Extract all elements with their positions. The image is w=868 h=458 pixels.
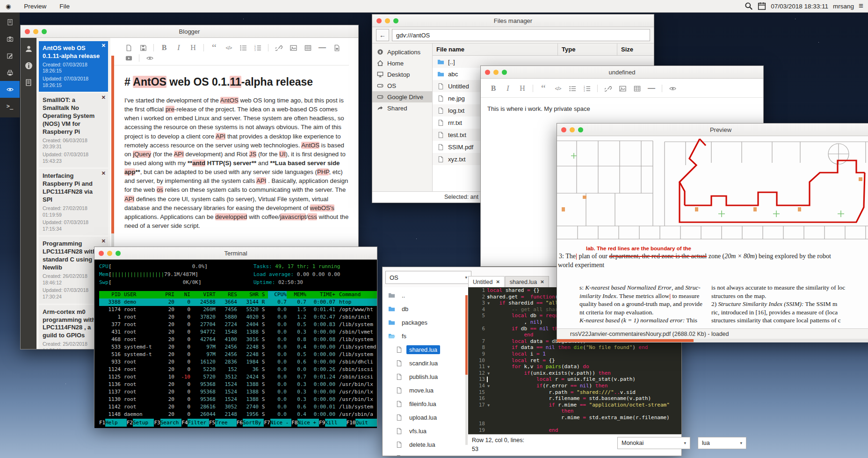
sidebar-item-desktop[interactable]: Desktop — [372, 69, 432, 80]
close-button[interactable] — [25, 29, 30, 34]
fkey-F1[interactable]: F1 — [99, 419, 105, 427]
dock-item-preview-app[interactable] — [0, 81, 20, 98]
hr-icon[interactable]: — — [647, 84, 656, 93]
tree-item-shared.lua[interactable]: shared.lua — [383, 343, 468, 356]
calendar-icon[interactable] — [758, 2, 766, 10]
maximize-button[interactable] — [42, 29, 47, 34]
column-pid[interactable]: PID — [99, 291, 121, 298]
process-row[interactable]: 1148daemon2002604421481956S0.00.40:00.00… — [99, 411, 377, 418]
process-row[interactable]: 1130root2009536815241388S0.00.30:00.00/u… — [99, 396, 377, 403]
close-button[interactable] — [376, 18, 382, 23]
hr-icon[interactable]: — — [318, 44, 326, 52]
process-row[interactable]: 516systemd-t20097M24562248S0.00.50:00.00… — [99, 351, 377, 358]
preview-hscrollbar[interactable] — [557, 339, 868, 342]
dock-item-journal-app[interactable] — [0, 14, 20, 30]
process-row[interactable]: 1root2003782058804020S0.01.20:02.47/sbin… — [99, 313, 377, 321]
fkey-label[interactable]: Nice - — [270, 419, 291, 427]
fkey-F2[interactable]: F2 — [127, 419, 133, 427]
fkey-F9[interactable]: F9 — [319, 419, 325, 427]
notes-titlebar[interactable]: undefined — [481, 66, 763, 79]
dock-item-camera-app[interactable] — [0, 30, 20, 47]
menu-icon[interactable]: ≡ — [859, 1, 863, 11]
theme-select[interactable]: Monokai▾ — [617, 437, 690, 449]
tree-item-fs[interactable]: fs — [383, 329, 468, 343]
ul-icon[interactable] — [239, 44, 247, 52]
table-icon[interactable] — [304, 44, 312, 52]
minimize-button[interactable] — [570, 127, 575, 132]
fkey-label[interactable]: Filter — [188, 419, 209, 427]
tab-untitled[interactable]: Untitled✕ — [468, 276, 505, 287]
tree-item-upload.lua[interactable]: upload.lua — [383, 411, 468, 424]
language-select[interactable]: lua▾ — [698, 437, 746, 449]
ul-icon[interactable] — [568, 84, 577, 93]
doc-icon[interactable] — [124, 44, 133, 52]
fkey-label[interactable]: Setup — [133, 419, 154, 427]
bold-icon[interactable]: B — [489, 84, 498, 93]
maximize-button[interactable] — [578, 127, 583, 132]
column-mem[interactable]: MEM% — [287, 291, 306, 298]
process-row[interactable]: 377root2002770427242404S0.00.50:00.83/li… — [99, 321, 377, 328]
quote-icon[interactable]: “ — [539, 84, 548, 93]
close-tab-icon[interactable]: ✕ — [540, 279, 544, 284]
tree-item-..[interactable]: .. — [383, 289, 468, 302]
close-button[interactable] — [485, 70, 490, 75]
tree-item-packages[interactable]: packages — [383, 316, 468, 329]
column-time[interactable]: TIME+ — [306, 291, 335, 298]
delete-post-icon[interactable]: ✕ — [101, 238, 106, 244]
fkey-label[interactable]: Quit — [355, 419, 376, 427]
eye-icon[interactable] — [145, 54, 154, 62]
column-virt[interactable]: VIRT — [190, 291, 216, 298]
fkey-F4[interactable]: F4 — [181, 419, 188, 427]
menu-preview[interactable]: Preview — [17, 3, 53, 10]
minimize-button[interactable] — [493, 70, 499, 75]
youtube-icon[interactable] — [124, 54, 133, 62]
column-s[interactable]: S — [259, 291, 268, 298]
italic-icon[interactable]: I — [504, 84, 512, 93]
menu-file[interactable]: File — [53, 3, 76, 10]
sidebar-item-google-drive[interactable]: Google Drive — [372, 91, 432, 102]
fkey-F6[interactable]: F6 — [237, 419, 243, 427]
minimize-button[interactable] — [385, 18, 390, 23]
minimize-button[interactable] — [107, 251, 112, 256]
process-row[interactable]: 468root2004276441003016S0.00.80:00.08/li… — [99, 336, 377, 343]
fkey-F7[interactable]: F7 — [264, 419, 270, 427]
fkey-F5[interactable]: F5 — [209, 419, 215, 427]
tree-item-partial[interactable] — [383, 451, 468, 456]
ol-icon[interactable]: 123 — [253, 44, 262, 52]
link-icon[interactable] — [275, 44, 283, 52]
tree-item-publish.lua[interactable]: publish.lua — [383, 370, 468, 384]
column-command[interactable]: Command — [335, 291, 377, 298]
dock-item-blogger-app[interactable] — [0, 47, 20, 64]
maximize-button[interactable] — [116, 251, 121, 256]
code-icon[interactable]: </> — [224, 44, 233, 52]
process-row[interactable]: 1125root10-10572035122424S0.00.70:01.24/… — [99, 373, 377, 381]
italic-icon[interactable]: I — [174, 44, 183, 52]
maximize-button[interactable] — [393, 18, 398, 23]
info-icon[interactable] — [24, 61, 33, 70]
process-row[interactable]: 533systemd-t20097M24562248S0.00.40:00.00… — [99, 343, 377, 351]
column-res[interactable]: RES — [216, 291, 237, 298]
column-cpu[interactable]: CPU% — [268, 291, 287, 298]
terminal-screen[interactable]: CPU[ 0.0%]Tasks: 49, 17 thr; 1 runningMe… — [94, 260, 377, 428]
fkey-label[interactable]: Nice + — [297, 419, 318, 427]
tree-item-vfs.lua[interactable]: vfs.lua — [383, 424, 468, 438]
table-icon[interactable] — [633, 84, 641, 93]
minimize-button[interactable] — [33, 29, 38, 34]
close-button[interactable] — [561, 127, 566, 132]
eye-icon[interactable] — [668, 84, 677, 93]
tree-item-move.lua[interactable]: move.lua — [383, 384, 468, 397]
blog-post-item[interactable]: SmallIOT: a Smalltalk No Operating Syste… — [39, 93, 108, 167]
terminal-titlebar[interactable]: Terminal — [94, 247, 377, 260]
delete-post-icon[interactable]: ✕ — [101, 43, 106, 49]
sidebar-item-os[interactable]: OS — [372, 80, 432, 91]
process-row[interactable]: 1136root2009536815241388S0.00.30:00.00/u… — [99, 381, 377, 388]
search-icon[interactable] — [745, 2, 753, 10]
column-pri[interactable]: PRI — [161, 291, 174, 298]
sidebar-item-applications[interactable]: Applications — [372, 46, 432, 58]
save-icon[interactable] — [139, 44, 147, 52]
tree-item-delete.lua[interactable]: delete.lua — [383, 438, 468, 451]
process-row[interactable]: 1174root200260M74565520S0.01.50:01.41/op… — [99, 306, 377, 313]
tab-shared.lua[interactable]: shared.lua✕ — [505, 276, 549, 287]
blog-post-item[interactable]: Interfacing Raspberry Pi and LPC1114FN28… — [39, 169, 108, 235]
tree-item-db[interactable]: db — [383, 302, 468, 316]
